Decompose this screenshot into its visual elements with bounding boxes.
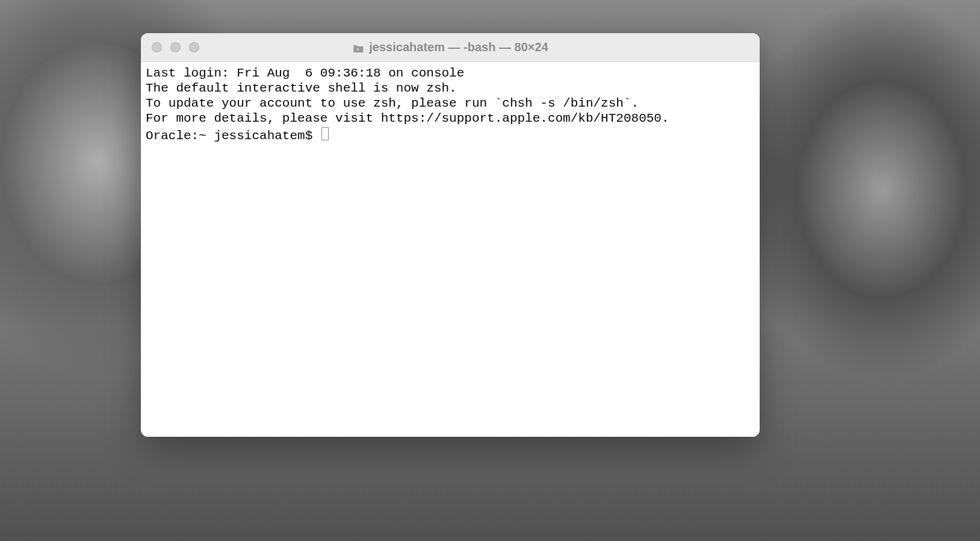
cursor: [321, 127, 329, 140]
window-title-container: jessicahatem — -bash — 80×24: [352, 40, 548, 54]
prompt-line: Oracle:~ jessicahatem$: [146, 126, 755, 143]
shell-prompt: Oracle:~ jessicahatem$: [146, 128, 320, 143]
terminal-window: jessicahatem — -bash — 80×24 Last login:…: [141, 33, 760, 437]
close-button[interactable]: [152, 42, 162, 52]
minimize-button[interactable]: [170, 42, 181, 52]
terminal-line: To update your account to use zsh, pleas…: [146, 96, 755, 111]
window-title: jessicahatem — -bash — 80×24: [369, 40, 548, 54]
terminal-line: Last login: Fri Aug 6 09:36:18 on consol…: [146, 66, 755, 81]
maximize-button[interactable]: [189, 42, 199, 52]
folder-icon: [352, 43, 364, 52]
terminal-line: For more details, please visit https://s…: [146, 111, 755, 126]
terminal-line: The default interactive shell is now zsh…: [146, 81, 755, 96]
terminal-content[interactable]: Last login: Fri Aug 6 09:36:18 on consol…: [141, 62, 760, 437]
window-controls: [141, 42, 199, 52]
title-bar[interactable]: jessicahatem — -bash — 80×24: [141, 33, 760, 62]
